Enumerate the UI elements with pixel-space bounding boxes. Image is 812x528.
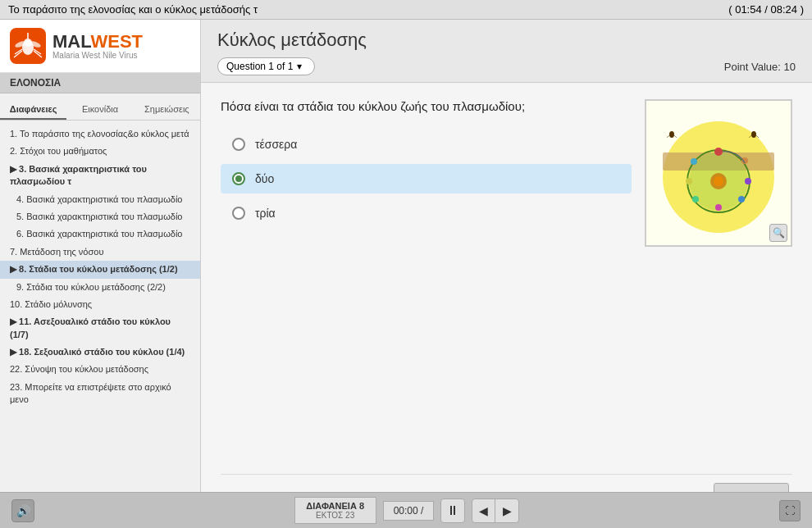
volume-icon: 🔊 bbox=[16, 504, 30, 517]
nav-item[interactable]: 6. Βασικά χαρακτηριστικά του πλασμωδίο bbox=[0, 225, 200, 243]
logo-mal: MAL bbox=[52, 31, 90, 52]
answer-label: τρία bbox=[255, 207, 276, 220]
tab-icons[interactable]: Εικονίδια bbox=[66, 100, 133, 120]
question-left: Πόσα είναι τα στάδια του κύκλου ζωής του… bbox=[221, 99, 632, 466]
pause-icon: ⏸ bbox=[446, 503, 459, 518]
content-title: Κύκλος μετάδοσης bbox=[217, 30, 796, 51]
pause-button[interactable]: ⏸ bbox=[440, 498, 465, 523]
content-area: Κύκλος μετάδοσης Question 1 of 1 ▾ Point… bbox=[201, 20, 812, 528]
nav-item[interactable]: 9. Στάδια του κύκλου μετάδοσης (2/2) bbox=[0, 279, 200, 296]
prev-button[interactable]: ◀ bbox=[472, 499, 495, 522]
content-header: Κύκλος μετάδοσης Question 1 of 1 ▾ Point… bbox=[201, 20, 812, 83]
question-image: 🔍 bbox=[645, 99, 792, 247]
logo-west: WEST bbox=[90, 31, 143, 52]
top-timer: ( 01:54 / 08:24 ) bbox=[728, 3, 804, 16]
svg-point-16 bbox=[745, 178, 751, 184]
dropdown-arrow-icon: ▾ bbox=[297, 61, 302, 72]
svg-point-21 bbox=[691, 158, 697, 165]
zoom-icon: 🔍 bbox=[773, 227, 785, 239]
next-button[interactable]: ▶ bbox=[495, 499, 518, 522]
sidebar-tabs: Διαφάνειες Εικονίδια Σημειώσεις bbox=[0, 100, 200, 121]
svg-line-26 bbox=[674, 135, 677, 138]
svg-point-19 bbox=[692, 196, 699, 203]
answer-label: τέσσερα bbox=[255, 138, 297, 151]
malaria-lifecycle-diagram bbox=[653, 107, 784, 239]
question-selector[interactable]: Question 1 of 1 ▾ bbox=[217, 57, 315, 75]
radio-circle bbox=[232, 172, 245, 185]
slide-info: ΔΙΑΦΑΝΕΙΑ 8 ΕΚΤΟΣ 23 bbox=[294, 497, 376, 524]
svg-point-24 bbox=[669, 131, 674, 138]
bottom-bar: 🔊 ΔΙΑΦΑΝΕΙΑ 8 ΕΚΤΟΣ 23 00:00 / ⏸ ◀ ▶ ⛶ bbox=[0, 492, 812, 528]
svg-point-20 bbox=[686, 178, 692, 184]
time-display: 00:00 / bbox=[383, 501, 435, 521]
next-icon: ▶ bbox=[503, 504, 512, 517]
svg-point-14 bbox=[714, 148, 723, 156]
zoom-button[interactable]: 🔍 bbox=[769, 224, 787, 242]
top-title: Το παράσιτο της ελονοσίας και ο κύκλος μ… bbox=[8, 3, 258, 16]
course-title: ΕΛΟΝΟΣΙΑ bbox=[0, 73, 200, 93]
answers-container: τέσσεραδύοτρία bbox=[221, 130, 632, 233]
sidebar-nav[interactable]: Διαφάνειες Εικονίδια Σημειώσεις 1. Το πα… bbox=[0, 93, 200, 528]
svg-point-18 bbox=[715, 204, 722, 211]
slide-info-bottom: ΕΚΤΟΣ 23 bbox=[305, 511, 366, 520]
nav-item[interactable]: ▶ 3. Βασικά χαρακτηριστικά του πλασμωδίο… bbox=[0, 161, 200, 191]
nav-item[interactable]: ▶ 18. Σεξουαλικό στάδιο του κύκλου (1/4) bbox=[0, 344, 200, 361]
mosquito-icon bbox=[10, 28, 46, 64]
bottom-right: ⛶ bbox=[779, 500, 801, 521]
logo-subtitle: Malaria West Nile Virus bbox=[52, 51, 143, 60]
nav-item[interactable]: 7. Μετάδοση της νόσου bbox=[0, 244, 200, 261]
top-bar: Το παράσιτο της ελονοσίας και ο κύκλος μ… bbox=[0, 0, 812, 20]
nav-item[interactable]: ▶ 11. Ασεξουαλικό στάδιο του κύκλου (1/7… bbox=[0, 313, 200, 344]
nav-item[interactable]: 23. Μπορείτε να επιστρέψετε στο αρχικό μ… bbox=[0, 379, 200, 409]
fullscreen-icon: ⛶ bbox=[785, 505, 795, 517]
nav-item[interactable]: 2. Στόχοι του μαθήματος bbox=[0, 143, 200, 160]
nav-items-list: 1. Το παράσιτο της ελονοσίας&ο κύκλος με… bbox=[0, 125, 200, 409]
tab-notes[interactable]: Σημειώσεις bbox=[134, 100, 200, 120]
bottom-center: ΔΙΑΦΑΝΕΙΑ 8 ΕΚΤΟΣ 23 00:00 / ⏸ ◀ ▶ bbox=[294, 497, 520, 524]
nav-item[interactable]: 10. Στάδιο μόλυνσης bbox=[0, 296, 200, 313]
answer-option[interactable]: τρία bbox=[221, 198, 632, 228]
logo-area: MALWEST Malaria West Nile Virus bbox=[0, 20, 200, 73]
radio-circle bbox=[232, 207, 245, 220]
nav-item[interactable]: 22. Σύνοψη του κύκλου μετάδοσης bbox=[0, 361, 200, 378]
svg-line-25 bbox=[667, 135, 669, 138]
volume-button[interactable]: 🔊 bbox=[11, 499, 34, 522]
point-value: Point Value: 10 bbox=[724, 61, 796, 73]
nav-item[interactable]: 1. Το παράσιτο της ελονοσίας&ο κύκλος με… bbox=[0, 125, 200, 143]
nav-item[interactable]: 5. Βασικά χαρακτηριστικά του πλασμωδίο bbox=[0, 208, 200, 225]
answer-label: δύο bbox=[255, 172, 274, 185]
main-container: MALWEST Malaria West Nile Virus ΕΛΟΝΟΣΙΑ… bbox=[0, 20, 812, 528]
nav-buttons: ◀ ▶ bbox=[472, 498, 519, 523]
content-sub-header: Question 1 of 1 ▾ Point Value: 10 bbox=[217, 57, 796, 75]
answer-option[interactable]: τέσσερα bbox=[221, 130, 632, 159]
svg-point-23 bbox=[714, 176, 723, 186]
slide-info-top: ΔΙΑΦΑΝΕΙΑ 8 bbox=[305, 501, 366, 511]
question-selector-text: Question 1 of 1 bbox=[226, 61, 293, 72]
logo-text-block: MALWEST Malaria West Nile Virus bbox=[52, 33, 143, 60]
fullscreen-button[interactable]: ⛶ bbox=[779, 500, 801, 521]
quiz-body: Πόσα είναι τα στάδια του κύκλου ζωής του… bbox=[201, 83, 812, 528]
sidebar: MALWEST Malaria West Nile Virus ΕΛΟΝΟΣΙΑ… bbox=[0, 20, 201, 528]
bottom-left: 🔊 bbox=[11, 499, 34, 522]
prev-icon: ◀ bbox=[479, 504, 488, 517]
nav-item[interactable]: ▶ 8. Στάδια του κύκλου μετάδοσης (1/2) bbox=[0, 261, 200, 278]
radio-circle bbox=[232, 138, 245, 151]
nav-item[interactable]: 4. Βασικά χαρακτηριστικά του πλασμωδίο bbox=[0, 191, 200, 208]
question-text: Πόσα είναι τα στάδια του κύκλου ζωής του… bbox=[221, 99, 632, 113]
svg-point-27 bbox=[751, 131, 756, 138]
tab-slides[interactable]: Διαφάνειες bbox=[0, 100, 66, 120]
question-area: Πόσα είναι τα στάδια του κύκλου ζωής του… bbox=[221, 99, 792, 466]
logo-name: MALWEST bbox=[52, 33, 143, 51]
answer-option[interactable]: δύο bbox=[221, 164, 632, 193]
svg-point-17 bbox=[738, 196, 745, 203]
